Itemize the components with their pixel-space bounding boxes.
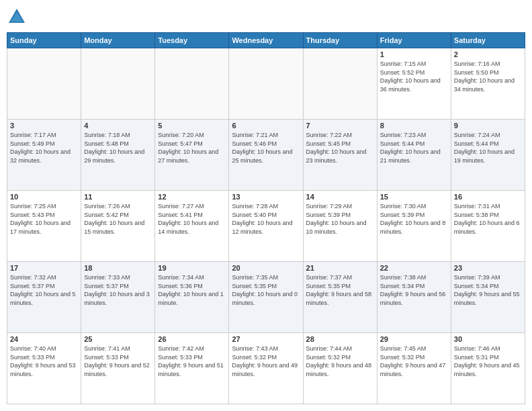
calendar-cell: 12Sunrise: 7:27 AM Sunset: 5:41 PM Dayli…	[155, 191, 229, 262]
weekday-header: Monday	[81, 33, 155, 48]
calendar-cell: 16Sunrise: 7:31 AM Sunset: 5:38 PM Dayli…	[451, 191, 525, 262]
day-info: Sunrise: 7:42 AM Sunset: 5:33 PM Dayligh…	[158, 345, 226, 378]
calendar-cell: 21Sunrise: 7:37 AM Sunset: 5:35 PM Dayli…	[303, 262, 377, 333]
calendar-cell	[7, 48, 81, 120]
day-info: Sunrise: 7:44 AM Sunset: 5:32 PM Dayligh…	[306, 345, 374, 378]
day-info: Sunrise: 7:41 AM Sunset: 5:33 PM Dayligh…	[84, 345, 152, 378]
day-info: Sunrise: 7:29 AM Sunset: 5:39 PM Dayligh…	[306, 202, 374, 236]
calendar-cell: 8Sunrise: 7:23 AM Sunset: 5:44 PM Daylig…	[377, 120, 451, 191]
logo	[7, 7, 30, 27]
weekday-header: Friday	[377, 33, 451, 48]
day-number: 26	[158, 335, 226, 343]
calendar-table: SundayMondayTuesdayWednesdayThursdayFrid…	[7, 32, 525, 404]
calendar-cell	[155, 48, 229, 120]
day-number: 11	[84, 193, 152, 201]
calendar-cell: 6Sunrise: 7:21 AM Sunset: 5:46 PM Daylig…	[229, 120, 303, 191]
calendar-cell: 17Sunrise: 7:32 AM Sunset: 5:37 PM Dayli…	[7, 262, 81, 333]
calendar-cell: 10Sunrise: 7:25 AM Sunset: 5:43 PM Dayli…	[7, 191, 81, 262]
day-info: Sunrise: 7:34 AM Sunset: 5:36 PM Dayligh…	[158, 273, 226, 307]
calendar-cell	[81, 48, 155, 120]
day-info: Sunrise: 7:22 AM Sunset: 5:45 PM Dayligh…	[306, 131, 374, 165]
calendar-cell: 25Sunrise: 7:41 AM Sunset: 5:33 PM Dayli…	[81, 333, 155, 404]
day-info: Sunrise: 7:20 AM Sunset: 5:47 PM Dayligh…	[158, 131, 226, 165]
day-number: 7	[306, 122, 374, 130]
calendar-cell: 9Sunrise: 7:24 AM Sunset: 5:44 PM Daylig…	[451, 120, 525, 191]
day-number: 15	[380, 193, 448, 201]
day-info: Sunrise: 7:33 AM Sunset: 5:37 PM Dayligh…	[84, 273, 152, 307]
day-number: 20	[232, 264, 300, 272]
calendar-cell: 28Sunrise: 7:44 AM Sunset: 5:32 PM Dayli…	[303, 333, 377, 404]
day-number: 17	[10, 264, 78, 272]
day-info: Sunrise: 7:30 AM Sunset: 5:39 PM Dayligh…	[380, 202, 448, 236]
day-number: 14	[306, 193, 374, 201]
day-number: 16	[454, 193, 522, 201]
calendar-cell: 4Sunrise: 7:18 AM Sunset: 5:48 PM Daylig…	[81, 120, 155, 191]
day-info: Sunrise: 7:37 AM Sunset: 5:35 PM Dayligh…	[306, 273, 374, 307]
day-info: Sunrise: 7:21 AM Sunset: 5:46 PM Dayligh…	[232, 131, 300, 165]
day-number: 24	[10, 335, 78, 343]
calendar-cell: 7Sunrise: 7:22 AM Sunset: 5:45 PM Daylig…	[303, 120, 377, 191]
day-info: Sunrise: 7:39 AM Sunset: 5:34 PM Dayligh…	[454, 273, 522, 307]
day-info: Sunrise: 7:23 AM Sunset: 5:44 PM Dayligh…	[380, 131, 448, 165]
weekday-header: Wednesday	[229, 33, 303, 48]
day-number: 5	[158, 122, 226, 130]
calendar-cell: 19Sunrise: 7:34 AM Sunset: 5:36 PM Dayli…	[155, 262, 229, 333]
day-info: Sunrise: 7:35 AM Sunset: 5:35 PM Dayligh…	[232, 273, 300, 307]
day-number: 21	[306, 264, 374, 272]
day-number: 23	[454, 264, 522, 272]
day-number: 25	[84, 335, 152, 343]
day-number: 6	[232, 122, 300, 130]
day-number: 4	[84, 122, 152, 130]
header	[7, 7, 525, 27]
day-number: 1	[380, 50, 448, 58]
logo-icon	[7, 7, 27, 27]
calendar-cell	[303, 48, 377, 120]
calendar-cell: 15Sunrise: 7:30 AM Sunset: 5:39 PM Dayli…	[377, 191, 451, 262]
day-number: 29	[380, 335, 448, 343]
calendar-cell: 29Sunrise: 7:45 AM Sunset: 5:32 PM Dayli…	[377, 333, 451, 404]
calendar-cell: 27Sunrise: 7:43 AM Sunset: 5:32 PM Dayli…	[229, 333, 303, 404]
calendar-cell: 23Sunrise: 7:39 AM Sunset: 5:34 PM Dayli…	[451, 262, 525, 333]
calendar-cell: 18Sunrise: 7:33 AM Sunset: 5:37 PM Dayli…	[81, 262, 155, 333]
weekday-header: Thursday	[303, 33, 377, 48]
day-info: Sunrise: 7:43 AM Sunset: 5:32 PM Dayligh…	[232, 345, 300, 378]
calendar-cell: 11Sunrise: 7:26 AM Sunset: 5:42 PM Dayli…	[81, 191, 155, 262]
weekday-header: Sunday	[7, 33, 81, 48]
calendar-cell: 3Sunrise: 7:17 AM Sunset: 5:49 PM Daylig…	[7, 120, 81, 191]
day-info: Sunrise: 7:15 AM Sunset: 5:52 PM Dayligh…	[380, 60, 448, 93]
day-number: 27	[232, 335, 300, 343]
day-info: Sunrise: 7:31 AM Sunset: 5:38 PM Dayligh…	[454, 202, 522, 236]
day-info: Sunrise: 7:18 AM Sunset: 5:48 PM Dayligh…	[84, 131, 152, 165]
calendar-cell	[229, 48, 303, 120]
page: SundayMondayTuesdayWednesdayThursdayFrid…	[0, 0, 532, 411]
calendar-cell: 13Sunrise: 7:28 AM Sunset: 5:40 PM Dayli…	[229, 191, 303, 262]
day-info: Sunrise: 7:38 AM Sunset: 5:34 PM Dayligh…	[380, 273, 448, 307]
day-info: Sunrise: 7:16 AM Sunset: 5:50 PM Dayligh…	[454, 60, 522, 93]
day-number: 22	[380, 264, 448, 272]
day-number: 12	[158, 193, 226, 201]
day-info: Sunrise: 7:45 AM Sunset: 5:32 PM Dayligh…	[380, 345, 448, 378]
day-number: 19	[158, 264, 226, 272]
weekday-header: Saturday	[451, 33, 525, 48]
day-number: 9	[454, 122, 522, 130]
day-info: Sunrise: 7:27 AM Sunset: 5:41 PM Dayligh…	[158, 202, 226, 236]
day-number: 28	[306, 335, 374, 343]
calendar-cell: 14Sunrise: 7:29 AM Sunset: 5:39 PM Dayli…	[303, 191, 377, 262]
day-info: Sunrise: 7:32 AM Sunset: 5:37 PM Dayligh…	[10, 273, 78, 307]
calendar-cell: 20Sunrise: 7:35 AM Sunset: 5:35 PM Dayli…	[229, 262, 303, 333]
calendar-cell: 26Sunrise: 7:42 AM Sunset: 5:33 PM Dayli…	[155, 333, 229, 404]
calendar-cell: 2Sunrise: 7:16 AM Sunset: 5:50 PM Daylig…	[451, 48, 525, 120]
day-info: Sunrise: 7:46 AM Sunset: 5:31 PM Dayligh…	[454, 345, 522, 378]
weekday-header: Tuesday	[155, 33, 229, 48]
day-number: 2	[454, 50, 522, 58]
day-number: 13	[232, 193, 300, 201]
day-info: Sunrise: 7:40 AM Sunset: 5:33 PM Dayligh…	[10, 345, 78, 378]
calendar-cell: 24Sunrise: 7:40 AM Sunset: 5:33 PM Dayli…	[7, 333, 81, 404]
day-number: 18	[84, 264, 152, 272]
day-number: 3	[10, 122, 78, 130]
day-info: Sunrise: 7:25 AM Sunset: 5:43 PM Dayligh…	[10, 202, 78, 236]
day-info: Sunrise: 7:26 AM Sunset: 5:42 PM Dayligh…	[84, 202, 152, 236]
day-number: 30	[454, 335, 522, 343]
calendar-cell: 1Sunrise: 7:15 AM Sunset: 5:52 PM Daylig…	[377, 48, 451, 120]
calendar-cell: 22Sunrise: 7:38 AM Sunset: 5:34 PM Dayli…	[377, 262, 451, 333]
